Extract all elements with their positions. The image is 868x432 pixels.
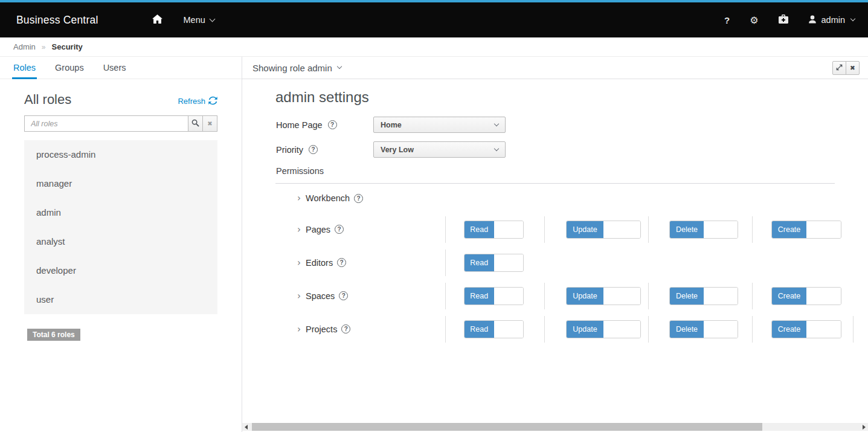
scroll-right-arrow[interactable] — [863, 425, 866, 430]
help-icon[interactable]: ? — [339, 291, 348, 300]
refresh-link[interactable]: Refresh — [178, 96, 217, 107]
toggle-on-label: Read — [465, 221, 494, 238]
help-icon[interactable]: ? — [341, 324, 350, 334]
user-icon — [808, 15, 817, 25]
toggle-on-label: Read — [465, 321, 494, 338]
close-panel-button[interactable]: ✖ — [846, 61, 860, 75]
selected-value: Very Low — [381, 146, 414, 154]
permission-name: Editors — [306, 258, 333, 268]
help-icon[interactable]: ? — [335, 225, 344, 234]
permission-row-header[interactable]: ›Pages? — [297, 224, 344, 235]
permission-row: ›Spaces?ReadUpdateDeleteCreate — [242, 279, 868, 312]
toggle-read[interactable]: Read — [464, 254, 524, 272]
clear-icon: ✖ — [207, 120, 212, 127]
expand-panel-button[interactable] — [832, 61, 846, 75]
toggle-update[interactable]: Update — [566, 320, 641, 338]
tab-groups[interactable]: Groups — [54, 57, 85, 79]
help-icon[interactable]: ? — [354, 194, 363, 203]
toggle-on-label: Read — [465, 288, 494, 305]
close-icon: ✖ — [850, 64, 855, 71]
home-page-select[interactable]: Home — [373, 117, 506, 133]
username-label: admin — [821, 15, 846, 25]
column-divider — [853, 316, 854, 343]
help-icon[interactable]: ? — [328, 120, 337, 129]
navbar-right: ? ⚙ admin — [724, 15, 855, 26]
expand-icon — [836, 63, 843, 73]
priority-select[interactable]: Very Low — [373, 141, 506, 158]
chevron-down-icon — [494, 146, 499, 150]
toggle-read[interactable]: Read — [464, 221, 524, 239]
toggle-on-label: Create — [772, 221, 806, 238]
search-button[interactable] — [188, 115, 203, 132]
field-row: Home Page?Home — [276, 117, 868, 133]
question-icon: ? — [724, 15, 730, 25]
help-button[interactable]: ? — [724, 15, 730, 25]
toggle-handle — [806, 321, 841, 338]
toggle-handle — [494, 254, 524, 271]
toggle-handle — [704, 221, 738, 238]
toggle-handle — [806, 288, 841, 305]
horizontal-scrollbar[interactable] — [242, 423, 868, 431]
permission-row-header[interactable]: ›Workbench? — [297, 193, 363, 204]
chevron-down-icon — [850, 16, 855, 21]
about-button[interactable] — [779, 15, 788, 25]
toggle-read[interactable]: Read — [464, 287, 524, 305]
permissions-rows: ›Workbench?›Pages?ReadUpdateDeleteCreate… — [242, 184, 868, 346]
role-list-item[interactable]: developer — [24, 256, 217, 285]
toggle-create[interactable]: Create — [771, 287, 841, 305]
toggle-delete[interactable]: Delete — [669, 320, 738, 338]
refresh-label: Refresh — [178, 97, 205, 106]
scroll-left-arrow[interactable] — [245, 425, 248, 430]
column-divider — [648, 316, 649, 343]
panel-title-dropdown[interactable]: Showing role admin — [252, 63, 341, 73]
clear-search-button[interactable]: ✖ — [202, 115, 217, 132]
toggle-create[interactable]: Create — [771, 320, 841, 338]
toggle-handle — [603, 221, 640, 238]
chevron-down-icon — [337, 64, 342, 69]
toggle-create[interactable]: Create — [771, 221, 841, 239]
gear-icon: ⚙ — [750, 15, 758, 26]
toggle-update[interactable]: Update — [566, 221, 641, 239]
toggle-handle — [494, 321, 524, 338]
tab-users[interactable]: Users — [102, 57, 127, 79]
navbar: Business Central Menu ? ⚙ — [0, 2, 868, 37]
toggle-delete[interactable]: Delete — [669, 221, 738, 239]
role-list-item[interactable]: manager — [24, 169, 217, 198]
menu-label: Menu — [183, 15, 205, 25]
role-list-item[interactable]: admin — [24, 198, 217, 227]
tab-roles[interactable]: Roles — [12, 57, 37, 79]
role-list-item[interactable]: user — [24, 285, 217, 314]
user-menu[interactable]: admin — [808, 15, 855, 25]
toggle-on-label: Update — [567, 288, 603, 305]
permission-row-header[interactable]: ›Editors? — [297, 257, 346, 268]
selected-value: Home — [381, 121, 402, 129]
toggle-update[interactable]: Update — [566, 287, 641, 305]
roles-search-input[interactable] — [24, 115, 188, 132]
toggle-handle — [603, 288, 640, 305]
role-list-item[interactable]: process-admin — [24, 140, 217, 169]
menu-dropdown[interactable]: Menu — [183, 15, 214, 25]
toggle-read[interactable]: Read — [464, 320, 524, 338]
permission-row-header[interactable]: ›Spaces? — [297, 291, 348, 301]
toggle-on-label: Read — [465, 254, 494, 271]
scrollbar-thumb[interactable] — [252, 423, 762, 431]
chevron-right-icon: › — [297, 257, 301, 268]
chevron-down-icon — [494, 121, 499, 126]
app-title: Business Central — [16, 14, 98, 27]
toggle-on-label: Delete — [670, 321, 704, 338]
breadcrumb-admin[interactable]: Admin — [13, 42, 36, 51]
refresh-icon — [208, 96, 217, 107]
help-icon[interactable]: ? — [309, 145, 318, 154]
toggle-delete[interactable]: Delete — [669, 287, 738, 305]
total-roles-badge: Total 6 roles — [27, 329, 80, 341]
permission-row: ›Editors?Read — [242, 246, 868, 279]
breadcrumb-current: Security — [52, 42, 83, 51]
settings-title: admin settings — [275, 89, 868, 106]
settings-button[interactable]: ⚙ — [750, 15, 758, 26]
field-label: Priority — [276, 145, 303, 155]
permission-row-header[interactable]: ›Projects? — [297, 324, 350, 335]
permission-name: Pages — [306, 225, 330, 234]
help-icon[interactable]: ? — [337, 258, 346, 267]
home-button[interactable] — [152, 15, 162, 26]
role-list-item[interactable]: analyst — [24, 227, 217, 256]
